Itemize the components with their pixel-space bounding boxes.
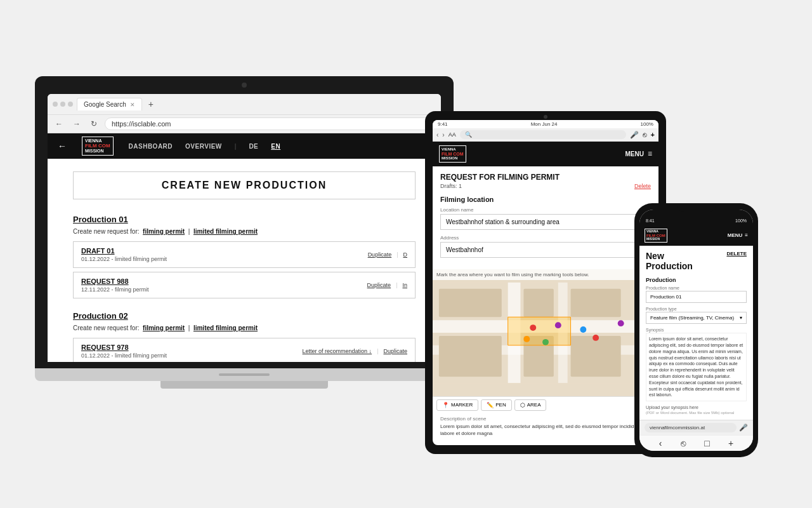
production-01-name[interactable]: Production 01 [73, 215, 416, 224]
svg-point-14 [580, 326, 586, 333]
location-name-group: Location name Westbahnhof station & surr… [440, 207, 651, 230]
logo-line2: FILM COM [85, 144, 110, 149]
phone-bookmark-btn[interactable]: □ [704, 438, 709, 448]
production-01-create: Create new request for: filming permit |… [73, 228, 416, 235]
phone-back-btn[interactable]: ‹ [659, 438, 662, 448]
phone-synopsis-label: Synopsis [646, 328, 747, 332]
phone-outer: 8:41 100% VIENNA FILM COM MISSION MENU ≡ [634, 203, 758, 457]
draft-01-delete[interactable]: D [403, 251, 408, 258]
svg-point-15 [523, 336, 530, 342]
production-02-name[interactable]: Production 02 [73, 311, 416, 321]
laptop-hinge [219, 373, 270, 376]
browser-back-btn[interactable]: ← [53, 118, 65, 130]
nav-en[interactable]: EN [271, 143, 280, 150]
limited-permit-link-2[interactable]: limited filming permit [193, 324, 258, 331]
phone-share-btn[interactable]: ⎋ [681, 438, 686, 448]
phone-delete-btn[interactable]: DELETE [726, 251, 747, 257]
request-988-duplicate[interactable]: Duplicate [367, 282, 391, 288]
logo-line3: MISSION [85, 149, 110, 154]
nav-links: DASHBOARD OVERVIEW | DE EN [129, 143, 281, 150]
browser-address-bar: ← → ↻ https://isclable.com [48, 115, 441, 133]
browser-dots [53, 102, 73, 107]
tablet-address-bar[interactable]: 🔍 [460, 130, 626, 139]
draft-01-name[interactable]: DRAFT 01 [81, 247, 167, 255]
phone-prod-type-select[interactable]: Feature film (Streaming, TV, Cinema) ▾ [646, 312, 747, 324]
draft-01-actions: Duplicate | D [368, 251, 407, 258]
aa-label: AA [449, 131, 456, 138]
marker-tool-btn[interactable]: 📍 MARKER [436, 399, 478, 411]
nav-dashboard[interactable]: DASHBOARD [129, 143, 173, 150]
location-input[interactable]: Westbahnhof station & surrounding area [440, 214, 651, 230]
browser-refresh-btn[interactable]: ↻ [88, 118, 100, 130]
browser-forward-btn[interactable]: → [70, 118, 83, 130]
phone-upload-sub: (PDF or Word document. Max file size 5Mb… [646, 411, 747, 415]
browser-tab-title: Google Search [84, 101, 126, 108]
request-978-letter[interactable]: Letter of recommendation ↓ [303, 348, 372, 354]
map-area[interactable]: Mark the area where you want to film usi… [433, 269, 658, 396]
request-988-name[interactable]: REQUEST 988 [81, 277, 149, 285]
tablet-back-btn[interactable]: ‹ [436, 131, 438, 138]
phone-address-bar: viennafilmcommission.at 🎤 [639, 420, 753, 435]
tablet-menu[interactable]: MENU ≡ [625, 149, 652, 158]
area-tool-btn[interactable]: ⬡ AREA [514, 399, 547, 411]
nav-separator: | [235, 143, 237, 150]
browser-tab-close[interactable]: ✕ [130, 102, 135, 108]
phone-mic-icon: 🎤 [739, 424, 748, 432]
request-978-duplicate[interactable]: Duplicate [383, 348, 407, 354]
request-978-name[interactable]: REQUEST 978 [81, 344, 167, 351]
draft-count: Drafts: 1 [440, 183, 462, 189]
svg-point-13 [555, 322, 561, 328]
phone-prod-name-input[interactable]: Production 01 [646, 291, 747, 303]
plus-icon[interactable]: + [651, 131, 655, 138]
phone-synopsis-text[interactable]: Lorem ipsum dolor sit amet, consectetur … [646, 333, 747, 401]
phone-logo-l3: MISSION [646, 237, 665, 241]
site-content: CREATE NEW PRODUCTION Production 01 Crea… [48, 159, 441, 362]
tablet-camera [544, 115, 547, 119]
pen-tool-btn[interactable]: ✏️ PEN [481, 399, 511, 411]
map-hint: Mark the area where you want to film usi… [433, 269, 658, 280]
laptop-base [35, 368, 454, 381]
phone-menu[interactable]: MENU ≡ [728, 232, 748, 238]
request-978-actions: Letter of recommendation ↓ | Duplicate [303, 348, 407, 354]
address-group: Address Westbahnhof [440, 235, 651, 258]
phone-bottom-bar: ‹ ⎋ □ + [639, 435, 753, 451]
request-988-item: REQUEST 988 12.11.2022 - filming permit … [73, 272, 416, 298]
phone-title-line2: Production [646, 261, 693, 272]
tablet-body: REQUEST FOR FILMING PERMIT Drafts: 1 Del… [433, 166, 658, 269]
filming-permit-link-2[interactable]: filming permit [143, 324, 185, 331]
delete-link[interactable]: Delete [634, 183, 651, 189]
back-arrow-icon[interactable]: ← [58, 141, 67, 151]
nav-overview[interactable]: OVERVIEW [185, 143, 222, 150]
draft-01-meta: 01.12.2022 - limited filming permit [81, 256, 167, 262]
production-02-create: Create new request for: filming permit |… [73, 324, 416, 331]
tablet-logo-l1: VIENNA [442, 147, 464, 152]
share-icon[interactable]: ⎋ [643, 131, 647, 138]
location-label: Location name [440, 207, 651, 213]
tablet-forward-btn[interactable]: › [442, 131, 444, 138]
laptop-stand [160, 381, 328, 389]
desc-text: Lorem ipsum dolor sit amet, consectetur … [433, 423, 658, 441]
nav-de[interactable]: DE [249, 143, 258, 150]
browser-add-tab[interactable]: + [146, 99, 156, 109]
request-988-left: REQUEST 988 12.11.2022 - filming permit [81, 277, 149, 293]
tablet-time: 9:41 [438, 121, 448, 127]
draft-01-duplicate[interactable]: Duplicate [368, 251, 392, 258]
svg-marker-11 [508, 317, 571, 345]
phone-url-input[interactable]: viennafilmcommission.at [645, 423, 737, 432]
phone-menu-label: MENU [728, 232, 743, 238]
phone-device: 8:41 100% VIENNA FILM COM MISSION MENU ≡ [634, 203, 758, 457]
request-978-left: REQUEST 978 01.12.2022 - limited filming… [81, 344, 167, 359]
address-input[interactable]: Westbahnhof [440, 242, 651, 258]
address-input[interactable]: https://isclable.com [105, 117, 436, 130]
browser-tab[interactable]: Google Search ✕ [77, 98, 142, 110]
pen-icon: ✏️ [487, 402, 494, 408]
phone-content: New Production DELETE Production Product… [639, 246, 753, 420]
request-988-info[interactable]: In [402, 282, 407, 288]
address-label: Address [440, 235, 651, 241]
filming-permit-link[interactable]: filming permit [143, 228, 185, 235]
desc-label: Description of scene [433, 413, 658, 423]
phone-tabs-btn[interactable]: + [728, 438, 733, 448]
phone-screen: 8:41 100% VIENNA FILM COM MISSION MENU ≡ [639, 210, 753, 451]
limited-permit-link[interactable]: limited filming permit [193, 228, 258, 235]
tablet-screen: 9:41 Mon Jun 24 100% ‹ › AA 🔍 🎤 ⎋ + [433, 120, 658, 445]
